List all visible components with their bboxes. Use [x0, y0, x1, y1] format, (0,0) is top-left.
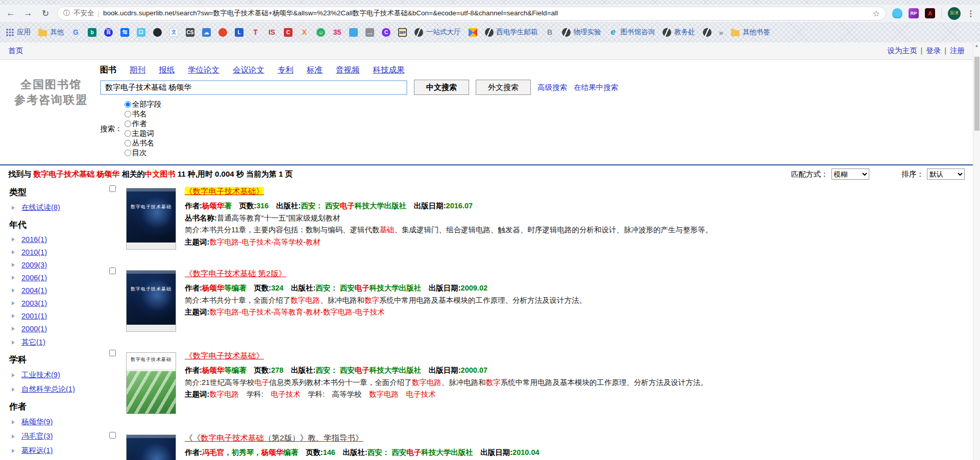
bookmark-site-chat[interactable]: … [365, 28, 374, 37]
tab-学位论文[interactable]: 学位论文 [188, 65, 219, 76]
expand-arrow-icon[interactable] [12, 327, 15, 331]
bookmark-site-b[interactable]: B [546, 28, 554, 37]
book-cover[interactable]: 数字电子技术基础 [126, 270, 176, 332]
bookmark-baidu[interactable]: 百 [104, 28, 113, 37]
tab-标准[interactable]: 标准 [307, 65, 323, 76]
bookmark-library-consult[interactable]: e图书馆咨询 [609, 28, 655, 37]
expand-arrow-icon[interactable] [12, 434, 15, 439]
facet-link[interactable]: 冯毛官(3) [21, 431, 53, 441]
expand-arrow-icon[interactable] [12, 420, 15, 424]
facet-link[interactable]: 2006(1) [21, 274, 47, 282]
bookmark-site-globe[interactable] [703, 28, 712, 37]
bookmark-site-q[interactable]: C [382, 28, 390, 37]
acrobat-extension-icon[interactable]: A [925, 8, 935, 18]
lightbulb-extension-icon[interactable] [892, 8, 902, 18]
expand-arrow-icon[interactable] [12, 250, 15, 254]
scope-option[interactable]: 目次 [125, 148, 162, 158]
book-title-link[interactable]: 《数字电子技术基础 第2版》 [185, 267, 286, 280]
bookmark-overflow[interactable]: » [719, 28, 723, 37]
sort-select[interactable]: 默认 [927, 168, 965, 180]
expand-arrow-icon[interactable] [12, 263, 15, 267]
bookmark-translate[interactable]: 文 [169, 28, 178, 37]
scope-option[interactable]: 全部字段 [125, 100, 162, 109]
bookmark-site-is[interactable]: IS [267, 28, 276, 37]
facet-link[interactable]: 2003(1) [21, 299, 47, 307]
expand-arrow-icon[interactable] [12, 388, 15, 392]
bookmark-zhihu[interactable]: 知 [120, 28, 129, 37]
bookmark-cloud-drive[interactable]: ☁ [202, 28, 211, 37]
bookmark-site-x[interactable]: X [300, 28, 309, 37]
tab-专利[interactable]: 专利 [278, 65, 293, 76]
tab-会议论文[interactable]: 会议论文 [233, 65, 264, 76]
scope-radio[interactable] [125, 140, 131, 147]
book-title-link[interactable]: 《《数字电子技术基础（第2版）》教、学指导书》 [185, 431, 363, 444]
scope-option[interactable]: 主题词 [125, 129, 162, 138]
scope-radio[interactable] [125, 130, 131, 137]
info-icon[interactable]: ⓘ [63, 9, 70, 18]
bookmark-one-stop-hall[interactable]: 一站式大厅 [414, 28, 461, 37]
bookmark-apps[interactable]: 应用 [6, 28, 31, 37]
forward-icon[interactable]: → [22, 8, 34, 18]
bookmark-site-blue-book[interactable]: L [235, 28, 243, 37]
scrollbar-up-arrow-icon[interactable]: ▲ [973, 42, 980, 49]
facet-link[interactable]: 2004(1) [21, 286, 47, 295]
facet-link[interactable]: 在线试读(8) [21, 203, 60, 212]
back-icon[interactable]: ← [5, 8, 16, 18]
book-cover[interactable]: 数字电子技术基础 [126, 352, 176, 414]
scrollbar-thumb[interactable] [974, 57, 979, 131]
expand-arrow-icon[interactable] [12, 314, 15, 318]
facet-link[interactable]: 2000(1) [21, 325, 47, 333]
bookmark-sef[interactable]: SEF [398, 28, 407, 37]
bookmark-site-t[interactable]: T [251, 28, 260, 37]
tab-期刊[interactable]: 期刊 [130, 65, 145, 76]
chinese-search-button[interactable]: 中文搜索 [414, 80, 469, 95]
expand-arrow-icon[interactable] [12, 237, 15, 241]
bookmark-site-red-panda[interactable] [218, 28, 227, 37]
bookmark-google[interactable]: G [71, 28, 80, 37]
facet-link[interactable]: 工业技术(9) [21, 370, 60, 380]
tab-音视频[interactable]: 音视频 [336, 65, 360, 76]
bookmark-bing[interactable]: b [88, 28, 96, 37]
book-cover[interactable]: 数字电子技术基础 [126, 188, 176, 250]
bookmark-site-35[interactable]: 35 [333, 28, 341, 37]
result-checkbox[interactable] [109, 350, 116, 356]
bookmark-site-c[interactable]: C [284, 28, 292, 37]
result-checkbox[interactable] [109, 268, 116, 274]
scope-radio[interactable] [125, 120, 131, 127]
search-input[interactable] [100, 80, 407, 95]
expand-arrow-icon[interactable] [12, 449, 15, 453]
book-title-link[interactable]: 《数字电子技术基础》 [185, 349, 264, 362]
facet-link[interactable]: 其它(1) [21, 337, 45, 347]
tab-报纸[interactable]: 报纸 [159, 65, 175, 76]
expand-arrow-icon[interactable] [12, 373, 15, 377]
bookmark-github[interactable] [153, 28, 162, 37]
scope-option[interactable]: 丛书名 [125, 138, 162, 148]
address-bar[interactable]: ⓘ 不安全 | book.ucdrs.superlib.net/search?s… [57, 7, 886, 20]
advanced-search-link[interactable]: 高级搜索 [537, 83, 567, 92]
page-scrollbar[interactable]: ▲ [973, 42, 980, 460]
bookmark-wechat[interactable]: ☺ [316, 28, 325, 37]
result-checkbox[interactable] [109, 185, 116, 192]
bookmark-site-pinwheel[interactable] [469, 28, 477, 37]
facet-link[interactable]: 自然科学总论(1) [21, 384, 75, 394]
book-title-link[interactable]: 《数字电子技术基础》 [185, 185, 264, 198]
facet-link[interactable]: 2016(1) [21, 235, 47, 244]
facet-link[interactable]: 葛程远(1) [21, 446, 53, 455]
bookmark-other-folder[interactable]: 其他 [38, 28, 64, 37]
rp-extension-icon[interactable]: RP [909, 8, 919, 18]
bookmark-star-icon[interactable]: ☆ [873, 9, 880, 18]
browser-menu-icon[interactable]: ⋮ [967, 9, 975, 18]
match-mode-select[interactable]: 模糊 [831, 168, 869, 180]
bookmark-academic-office[interactable]: 教务处 [663, 28, 695, 37]
bookmark-site-bird[interactable] [349, 28, 358, 37]
login-link[interactable]: 登录 [926, 46, 941, 55]
scope-option[interactable]: 作者 [125, 119, 162, 129]
expand-arrow-icon[interactable] [12, 288, 15, 293]
tab-图书[interactable]: 图书 [100, 65, 116, 76]
facet-link[interactable]: 2010(1) [21, 248, 47, 256]
tab-科技成果[interactable]: 科技成果 [373, 65, 405, 76]
bookmark-bilibili[interactable]: 口 [137, 28, 145, 37]
expand-arrow-icon[interactable] [12, 301, 15, 305]
register-link[interactable]: 注册 [950, 46, 965, 55]
search-in-results-link[interactable]: 在结果中搜索 [574, 83, 618, 92]
